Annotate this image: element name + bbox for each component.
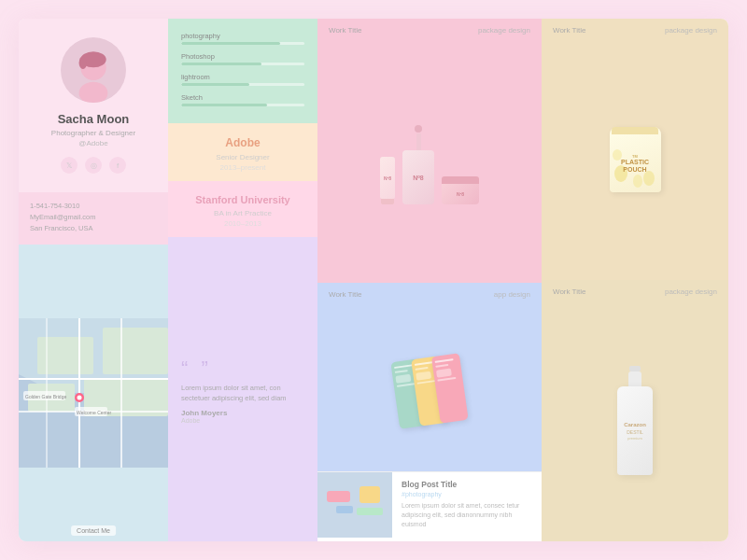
blog-section[interactable]: Blog Post Title #photography Lorem ipsum… — [317, 471, 542, 541]
contact-info: 1-541-754-3010 MyEmail@gmail.com San Fra… — [19, 192, 168, 245]
work-card-bottle[interactable]: Work Title package design Carazon DESTIL… — [542, 280, 728, 541]
skill-bar-bg-lightroom — [181, 83, 304, 86]
blog-title: Blog Post Title — [402, 480, 532, 489]
app-cards-group — [390, 354, 468, 430]
jar-body: Nº8 — [442, 184, 479, 204]
work-header-pouch: Work Title package design — [542, 19, 728, 38]
product-set: Nº8 Nº8 — [375, 111, 484, 209]
work-title-cosmetics: Work Title — [329, 26, 361, 35]
work-category-app: app design — [494, 290, 530, 299]
blog-tag: #photography — [402, 491, 532, 497]
skill-bar-bg-sketch — [181, 104, 304, 106]
skill-bar-fill-photography — [181, 42, 280, 45]
edu-school: Stanford University — [181, 194, 304, 205]
exp-company: Adobe — [181, 136, 304, 149]
svg-rect-22 — [317, 472, 392, 538]
skills-card: photography Photoshop lightroom Sketch — [168, 19, 317, 123]
pouch-mockup: TM PLASTICPOUCH — [610, 127, 661, 192]
pump-label: Nº8 — [413, 175, 424, 181]
skill-lightroom: lightroom — [181, 73, 304, 86]
experience-card: Adobe Senior Designer 2013–present — [168, 123, 317, 181]
map-svg: Golden Gate Bridge Welcome Center — [19, 245, 168, 541]
svg-rect-7 — [37, 337, 93, 374]
work-header-app: Work Title app design — [317, 283, 542, 302]
instagram-icon[interactable]: ◎ — [85, 157, 102, 174]
jar-wrap: Nº8 — [442, 176, 479, 204]
education-card: Stanford University BA in Art Practice 2… — [168, 181, 317, 237]
pouch-brand-label: TM PLASTICPOUCH — [617, 145, 653, 174]
skill-bar-bg-photoshop — [181, 63, 304, 65]
bottle-label-area: Carazon DESTIL premium — [624, 421, 646, 440]
profile-name: Sacha Moon — [58, 112, 130, 126]
skill-bar-fill-lightroom — [181, 83, 249, 86]
jar-label: Nº8 — [457, 191, 464, 197]
white-bottle-wrap: Carazon DESTIL premium — [617, 366, 653, 475]
tube-label: Nº8 — [384, 175, 391, 181]
testimonial-text: Lorem ipsum dolor sit amet, con sectetue… — [181, 383, 304, 404]
tube-body: Nº8 — [380, 157, 395, 199]
work-header-cosmetics: Work Title package design — [317, 19, 542, 38]
tube-bottom — [381, 199, 394, 204]
bottle-brand: Carazon — [624, 421, 646, 428]
work-category-cosmetics: package design — [478, 26, 530, 35]
svg-rect-23 — [327, 491, 350, 502]
pouch-name: PLASTICPOUCH — [621, 159, 649, 173]
skill-label-sketch: Sketch — [181, 93, 304, 102]
column-work: Work Title package design Nº8 — [317, 19, 542, 541]
edu-period: 2010–2013 — [181, 219, 304, 228]
svg-point-17 — [78, 396, 82, 400]
quote-icon: “ ” — [181, 358, 304, 379]
work-category-bottle: package design — [665, 287, 717, 296]
skill-label-photoshop: Photoshop — [181, 52, 304, 61]
contact-phone: 1-541-754-3010 — [30, 202, 157, 210]
pump-stem — [416, 133, 421, 150]
svg-rect-25 — [359, 486, 380, 503]
facebook-icon[interactable]: f — [109, 157, 126, 174]
work-title-pouch: Work Title — [553, 26, 585, 35]
product-tube: Nº8 — [380, 157, 395, 204]
testimonial-company: Adobe — [181, 417, 304, 424]
exp-role: Senior Designer — [181, 153, 304, 161]
blog-image — [317, 472, 392, 538]
column-packages: Work Title package design TM PLASTICPO — [542, 19, 728, 541]
blog-content: Blog Post Title #photography Lorem ipsum… — [392, 472, 542, 541]
work-card-app[interactable]: Work Title app design — [317, 283, 542, 471]
svg-rect-8 — [103, 328, 168, 374]
svg-rect-26 — [357, 508, 383, 515]
map-contact-label[interactable]: Contact Me — [71, 525, 116, 536]
jar-lid-el — [442, 176, 479, 184]
column-skills: photography Photoshop lightroom Sketch — [168, 19, 317, 541]
blog-img-svg — [317, 472, 392, 538]
main-container: Sacha Moon Photographer & Designer @Adob… — [19, 19, 728, 541]
pump-bottle-wrap: Nº8 — [402, 125, 434, 204]
work-header-bottle: Work Title package design — [542, 280, 728, 300]
twitter-icon[interactable]: 𝕏 — [61, 157, 78, 174]
bottle-type: DESTIL — [624, 429, 646, 436]
social-icons: 𝕏 ◎ f — [61, 157, 126, 174]
pump-body: Nº8 — [402, 150, 434, 204]
skill-label-photography: photography — [181, 32, 304, 40]
svg-point-29 — [633, 175, 642, 188]
testimonial-author: John Moyers — [181, 409, 304, 417]
svg-text:Golden Gate Bridge: Golden Gate Bridge — [25, 394, 66, 399]
skill-bar-fill-photoshop — [181, 63, 261, 65]
work-title-app: Work Title — [329, 290, 361, 299]
exp-period: 2013–present — [181, 163, 304, 172]
skill-label-lightroom: lightroom — [181, 73, 304, 81]
svg-point-3 — [79, 82, 108, 103]
column-profile: Sacha Moon Photographer & Designer @Adob… — [19, 19, 168, 541]
svg-point-2 — [79, 56, 88, 69]
work-card-cosmetics[interactable]: Work Title package design Nº8 — [317, 19, 542, 283]
map-section[interactable]: Golden Gate Bridge Welcome Center Contac… — [19, 245, 168, 541]
pouch-area: TM PLASTICPOUCH — [542, 38, 728, 280]
work-card-pouch[interactable]: Work Title package design TM PLASTICPO — [542, 19, 728, 280]
svg-text:Welcome Center: Welcome Center — [77, 410, 111, 415]
testimonial-card: “ ” Lorem ipsum dolor sit amet, con sect… — [168, 237, 317, 541]
bottle-body: Carazon DESTIL premium — [617, 386, 653, 475]
work-img-cosmetics: Nº8 Nº8 — [317, 38, 542, 283]
profile-title: Photographer & Designer — [51, 129, 135, 137]
svg-rect-24 — [336, 506, 353, 513]
skill-photography: photography — [181, 32, 304, 45]
pump-head-el — [415, 125, 422, 133]
bottle-sub: premium — [624, 436, 646, 441]
